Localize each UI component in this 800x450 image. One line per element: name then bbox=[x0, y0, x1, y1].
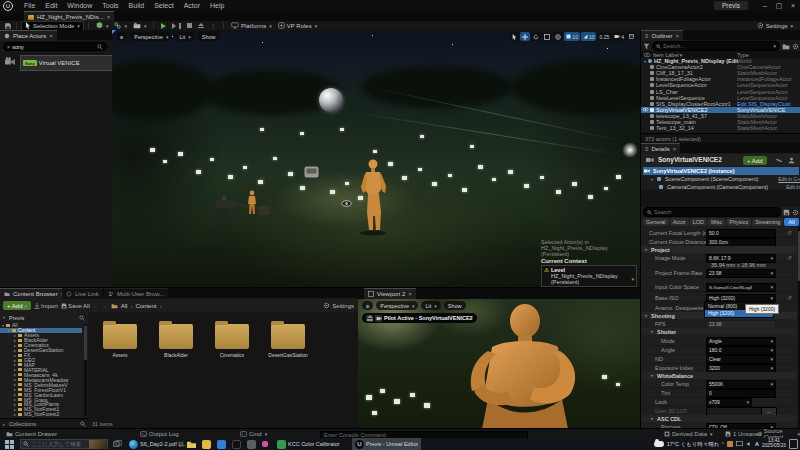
viewport2-menu-icon[interactable]: ≡ bbox=[362, 301, 373, 310]
section-shutter[interactable]: ▾Shutter bbox=[641, 328, 797, 335]
small-app-icon[interactable] bbox=[262, 441, 268, 447]
viewport2-show-dropdown[interactable]: Show bbox=[444, 301, 466, 310]
platforms-dropdown[interactable]: Platforms bbox=[228, 22, 275, 30]
details-search-input[interactable]: Search bbox=[643, 207, 781, 217]
tray-display-icon[interactable] bbox=[736, 441, 743, 447]
scale-tool-icon[interactable] bbox=[542, 32, 552, 41]
viewport-menu-icon[interactable]: ≡ bbox=[116, 32, 127, 41]
import-button[interactable]: Import bbox=[34, 303, 58, 309]
scale-snap-toggle[interactable]: 0.25 bbox=[597, 32, 611, 41]
outliner-settings-icon[interactable] bbox=[792, 43, 799, 50]
viewport2-scene[interactable]: ≡ Perspective Lit Show Pilot Active - So… bbox=[358, 299, 640, 429]
stop-button[interactable] bbox=[184, 22, 195, 30]
component-instance-row[interactable]: SonyVirtualVENICE2 (Instance) bbox=[643, 167, 799, 175]
notification-center-icon[interactable] bbox=[789, 439, 798, 449]
play-button[interactable] bbox=[158, 22, 169, 30]
perspective-dropdown[interactable]: Perspective bbox=[130, 32, 172, 41]
grid-snap-toggle[interactable]: 10 bbox=[564, 32, 580, 41]
save-level-icon[interactable] bbox=[4, 22, 12, 30]
sticky-notes-icon[interactable] bbox=[202, 440, 211, 449]
content-drawer-button[interactable]: Content Drawer bbox=[6, 431, 57, 437]
place-actors-close-icon[interactable]: × bbox=[49, 33, 53, 39]
reflection-sphere[interactable] bbox=[319, 88, 343, 112]
add-button[interactable]: + Add bbox=[3, 301, 31, 310]
play-from-here-button[interactable] bbox=[169, 22, 184, 30]
forward-icon[interactable]: → bbox=[102, 303, 108, 309]
tab-live-link[interactable]: Live Link bbox=[62, 288, 103, 299]
blueprints-dropdown[interactable] bbox=[111, 22, 130, 30]
details-tab-general[interactable]: General bbox=[643, 218, 669, 226]
move-tool-icon[interactable] bbox=[520, 32, 530, 41]
tab-multi-user[interactable]: Multi-User Brow... bbox=[104, 288, 168, 299]
reset-icon[interactable]: ↺ bbox=[787, 229, 792, 236]
operator-mannequin[interactable] bbox=[246, 190, 258, 216]
save-preset-icon[interactable] bbox=[783, 209, 790, 216]
save-all-button[interactable]: Save All bbox=[61, 303, 90, 309]
reset-icon[interactable]: ↺ bbox=[787, 254, 792, 261]
close-button[interactable]: × bbox=[786, 0, 800, 11]
taskbar-app-unreal[interactable]: U Previs - Unreal Editor bbox=[352, 438, 421, 450]
menu-edit[interactable]: Edit bbox=[40, 2, 62, 9]
tab-viewport2[interactable]: Viewport 2 × bbox=[364, 288, 416, 299]
lit-dropdown[interactable]: Lit bbox=[175, 32, 194, 41]
outliner-search-input[interactable]: Search... bbox=[652, 41, 780, 51]
place-actors-result-virtual-venice[interactable]: Sony Virtual VENICE bbox=[20, 55, 115, 71]
menu-tools[interactable]: Tools bbox=[97, 2, 123, 9]
tree-scrollbar[interactable] bbox=[84, 324, 87, 416]
cb-settings-button[interactable]: Settings bbox=[323, 302, 354, 309]
details-tab-misc[interactable]: Misc bbox=[708, 218, 725, 226]
details-tab-streaming[interactable]: Streaming bbox=[752, 218, 783, 226]
edit-in-cpp-link[interactable]: Edit in C++ bbox=[786, 184, 800, 190]
taskbar-search-input[interactable]: ここに入力して検索 bbox=[20, 439, 108, 449]
volume-icon[interactable] bbox=[746, 441, 752, 447]
details-close-icon[interactable]: × bbox=[673, 146, 677, 152]
tree-item[interactable]: ▸MS_NorForest2 bbox=[0, 412, 82, 417]
folder-cinematics[interactable]: Cinematics bbox=[206, 324, 258, 358]
item-label-column[interactable]: Item Label bbox=[653, 52, 682, 58]
eye-icon[interactable] bbox=[642, 107, 649, 112]
component-scene-row[interactable]: ▾ SceneComponent (SceneComponent) Edit i… bbox=[643, 176, 800, 183]
frame-rate-dropdown[interactable]: 23.98 bbox=[706, 269, 776, 278]
world-local-icon[interactable] bbox=[553, 32, 563, 41]
eject-pilot-button[interactable] bbox=[366, 315, 373, 322]
derived-data-button[interactable]: Derived Data bbox=[664, 431, 713, 437]
maximize-viewport-icon[interactable] bbox=[627, 32, 636, 41]
launch-button[interactable] bbox=[195, 22, 207, 30]
reset-icon[interactable]: ↺ bbox=[787, 294, 792, 301]
start-button[interactable] bbox=[5, 440, 14, 449]
add-component-button[interactable]: + Add bbox=[743, 156, 767, 165]
breadcrumb-all[interactable]: All bbox=[121, 303, 128, 309]
tab-content-browser[interactable]: Content Browser × bbox=[0, 288, 68, 299]
browse-icon[interactable] bbox=[775, 157, 783, 164]
camera-crane-rig[interactable] bbox=[206, 188, 272, 232]
details-tab-actor[interactable]: Actor bbox=[670, 218, 689, 226]
viewport2-lit-dropdown[interactable]: Lit bbox=[421, 301, 440, 310]
add-actor-dropdown[interactable] bbox=[93, 22, 112, 30]
eye-icon[interactable] bbox=[341, 199, 352, 208]
level-tab-close-icon[interactable]: × bbox=[107, 14, 111, 20]
menu-file[interactable]: File bbox=[19, 2, 40, 9]
outliner-row[interactable]: Tent_13_32_14StaticMeshActor bbox=[641, 125, 800, 131]
details-tab-lod[interactable]: LOD bbox=[690, 218, 707, 226]
task-view-icon[interactable] bbox=[113, 440, 122, 448]
back-icon[interactable]: ← bbox=[93, 303, 99, 309]
new-folder-icon[interactable] bbox=[782, 43, 790, 50]
app-window2-icon[interactable] bbox=[247, 440, 256, 449]
weather-text[interactable]: 17°C くもり時々晴れ bbox=[667, 441, 719, 448]
component-camera-row[interactable]: CameraComponent (CameraComponent) Edit i… bbox=[643, 183, 800, 190]
cmd-dropdown[interactable]: Cmd bbox=[240, 431, 267, 437]
search-icon[interactable] bbox=[80, 421, 86, 427]
context-level-dropdown[interactable]: HZ_Night_Previs_NDisplay (Persistent) bbox=[544, 273, 634, 285]
app-window-icon[interactable] bbox=[232, 440, 241, 449]
taskbar-clock[interactable]: 13:41 2025/05/23 bbox=[762, 439, 786, 449]
menu-select[interactable]: Select bbox=[149, 2, 178, 9]
current-context-box[interactable]: ⚠ Level HZ_Night_Previs_NDisplay (Persis… bbox=[541, 265, 637, 287]
viewport2-perspective-dropdown[interactable]: Perspective bbox=[376, 301, 418, 310]
file-explorer-icon[interactable] bbox=[186, 440, 197, 449]
minimize-button[interactable]: – bbox=[758, 0, 772, 11]
vp-roles-dropdown[interactable]: VP Roles bbox=[275, 22, 320, 30]
ndisplay-icon[interactable] bbox=[304, 166, 319, 178]
visibility-column-icon[interactable] bbox=[643, 52, 651, 58]
filter-icon[interactable] bbox=[643, 43, 650, 50]
taskbar-app-kcc[interactable]: KCC Color Calibrator bbox=[274, 438, 343, 450]
